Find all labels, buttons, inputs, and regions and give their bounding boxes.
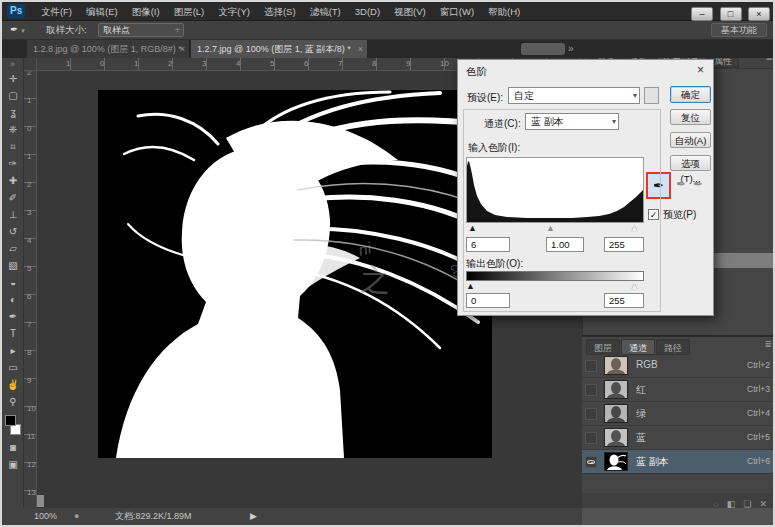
input-shadow-field[interactable]: 6: [466, 237, 510, 252]
brush-tool-icon[interactable]: ✐: [2, 189, 24, 206]
status-bar: 100% ● 文档:829.2K/1.89M ▶: [2, 508, 582, 525]
crop-tool-icon[interactable]: ⌗: [2, 138, 24, 155]
channels-panel-menu-icon[interactable]: ≣: [764, 339, 772, 349]
channels-footer-icon-2[interactable]: ❏: [743, 499, 751, 509]
visibility-toggle[interactable]: [585, 432, 597, 444]
workspace-button[interactable]: 基本功能: [711, 23, 767, 37]
shape-tool-icon[interactable]: ▭: [2, 359, 24, 376]
menu-item-1[interactable]: 编辑(E): [79, 2, 125, 21]
auto-button[interactable]: 自动(A): [670, 132, 711, 148]
menu-item-2[interactable]: 图像(I): [125, 2, 167, 21]
channel-thumbnail: [604, 428, 628, 447]
history-brush-tool-icon[interactable]: ↺: [2, 223, 24, 240]
hand-tool-icon[interactable]: ✌: [2, 376, 24, 393]
close-button[interactable]: ×: [748, 7, 770, 21]
panel-tab-2[interactable]: 路径: [656, 339, 690, 355]
foreground-color-swatch[interactable]: [5, 415, 16, 426]
window-controls: – □ ×: [689, 3, 770, 21]
tab-close-icon[interactable]: ×: [358, 40, 363, 58]
menu-item-9[interactable]: 窗口(W): [433, 2, 481, 21]
reset-button[interactable]: 复位: [670, 109, 711, 125]
menu-item-0[interactable]: 文件(F): [34, 2, 79, 21]
channels-footer-icon-0[interactable]: ◌: [714, 499, 719, 509]
quick-selection-tool-icon[interactable]: ❈: [2, 121, 24, 138]
collapse-panel-icon[interactable]: »: [568, 42, 574, 56]
output-shadow-field[interactable]: 0: [466, 293, 510, 308]
channel-row-red[interactable]: 红 Ctrl+3: [582, 378, 775, 402]
v-ruler-number: 7: [27, 320, 31, 329]
h-ruler-number: 9: [406, 59, 410, 68]
v-ruler-number: 13: [27, 488, 36, 497]
screen-mode-icon[interactable]: ▣: [2, 456, 24, 473]
input-highlight-slider[interactable]: ▲: [630, 224, 639, 233]
menu-item-5[interactable]: 选择(S): [257, 2, 303, 21]
sample-size-dropdown[interactable]: 取样点÷: [98, 23, 184, 37]
document-tab-inactive[interactable]: 1.2.8.jpg @ 100% (图层 1, RGB/8#) * ×: [27, 40, 190, 58]
white-point-eyedropper[interactable]: ✒: [693, 177, 703, 191]
zoom-tool-icon[interactable]: ⚲: [2, 393, 24, 410]
menu-item-8[interactable]: 视图(V): [387, 2, 433, 21]
input-gamma-field[interactable]: 1.00: [546, 237, 584, 252]
pen-tool-icon[interactable]: ✒: [2, 308, 24, 325]
visibility-toggle[interactable]: [585, 360, 597, 372]
healing-brush-tool-icon[interactable]: ✚: [2, 172, 24, 189]
menu-item-3[interactable]: 图层(L): [167, 2, 212, 21]
panel-tab-0[interactable]: 图层: [586, 339, 620, 355]
minimize-button[interactable]: –: [691, 7, 713, 21]
channels-footer-icon-1[interactable]: ◧: [727, 499, 736, 509]
quick-mask-icon[interactable]: ◙: [2, 439, 24, 456]
output-highlight-field[interactable]: 255: [604, 293, 644, 308]
channel-label: 通道(C):: [484, 117, 521, 131]
visibility-toggle[interactable]: [585, 384, 597, 396]
panel-tab-1[interactable]: 通道: [621, 339, 655, 355]
maximize-button[interactable]: □: [720, 7, 742, 21]
document-tab-active[interactable]: 1.2.7.jpg @ 100% (图层 1, 蓝 副本/8) * ×: [191, 40, 367, 58]
marquee-tool-icon[interactable]: ▢: [2, 87, 24, 104]
channels-footer-icon-3[interactable]: ✕: [759, 499, 767, 509]
v-ruler-number: 5: [27, 264, 31, 273]
menu-item-7[interactable]: 3D(D): [348, 2, 387, 21]
preset-dropdown[interactable]: 自定 ▾: [508, 87, 640, 104]
collapsed-panel-handle[interactable]: [521, 43, 565, 55]
menu-item-4[interactable]: 文字(Y): [211, 2, 257, 21]
eye-icon: [587, 460, 595, 464]
menu-item-6[interactable]: 滤镜(T): [303, 2, 348, 21]
input-highlight-field[interactable]: 255: [604, 237, 644, 252]
options-button[interactable]: 选项(T)...: [670, 155, 711, 171]
gradient-tool-icon[interactable]: ▧: [2, 257, 24, 274]
output-highlight-slider[interactable]: ▲: [630, 282, 639, 291]
dodge-tool-icon[interactable]: ◐: [2, 291, 24, 308]
channel-row-blue-copy[interactable]: 蓝 副本 Ctrl+6: [582, 450, 775, 474]
input-shadow-slider[interactable]: ▲: [468, 224, 477, 233]
clone-stamp-tool-icon[interactable]: ⊥: [2, 206, 24, 223]
collapse-tools-icon[interactable]: »: [2, 58, 23, 70]
dialog-close-icon[interactable]: ×: [697, 63, 704, 77]
preset-options-button[interactable]: [644, 87, 659, 104]
menu-item-10[interactable]: 帮助(H): [481, 2, 527, 21]
h-ruler-number: 8: [372, 59, 376, 68]
channel-dropdown[interactable]: 蓝 副本 ▾: [525, 113, 619, 130]
eraser-tool-icon[interactable]: ▱: [2, 240, 24, 257]
tab-close-icon[interactable]: ×: [180, 40, 185, 58]
path-selection-tool-icon[interactable]: ▸: [2, 342, 24, 359]
current-tool-icon[interactable]: ✒ ▾: [10, 21, 25, 40]
output-shadow-slider[interactable]: ▲: [466, 282, 475, 291]
type-tool-icon[interactable]: T: [2, 325, 24, 342]
input-midtone-slider[interactable]: ▲: [546, 224, 555, 233]
visibility-toggle-on[interactable]: [585, 456, 597, 468]
status-icon: ●: [74, 508, 79, 525]
move-tool-icon[interactable]: ✛: [2, 70, 24, 87]
lasso-tool-icon[interactable]: ʓ: [2, 104, 24, 121]
channel-row-blue[interactable]: 蓝 Ctrl+5: [582, 426, 775, 450]
watermark-text: ni: [357, 239, 374, 259]
visibility-toggle[interactable]: [585, 408, 597, 420]
blur-tool-icon[interactable]: ◒: [2, 274, 24, 291]
channel-row-rgb[interactable]: RGB Ctrl+2: [582, 354, 775, 378]
ok-button[interactable]: 确定: [670, 86, 711, 103]
status-expand-icon[interactable]: ▶: [250, 508, 257, 525]
zoom-level-field[interactable]: 100%: [34, 508, 57, 525]
channel-row-green[interactable]: 绿 Ctrl+4: [582, 402, 775, 426]
eyedropper-tool-icon[interactable]: ✑: [2, 155, 24, 172]
v-ruler-number: 8: [27, 348, 31, 357]
gray-point-eyedropper[interactable]: ✒: [676, 177, 686, 191]
